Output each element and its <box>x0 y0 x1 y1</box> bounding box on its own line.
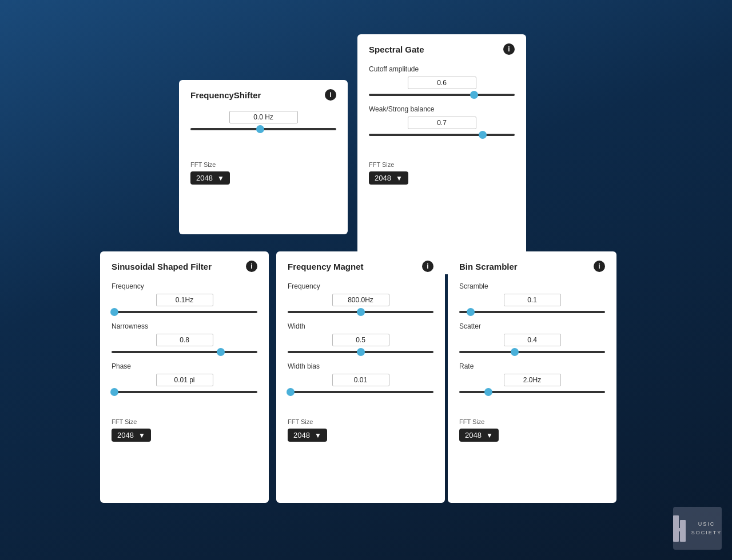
freq-magnet-widthbias-section: Width bias <box>288 362 433 393</box>
sinusoidal-filter-narrowness-label: Narrowness <box>112 322 257 330</box>
bin-scrambler-scatter-input[interactable] <box>504 334 561 346</box>
svg-rect-2 <box>673 528 686 531</box>
logo-text-society: SOCIETY <box>691 529 722 537</box>
freq-shifter-fft-value: 2048 <box>196 174 213 182</box>
bin-scrambler-scatter-slider-track[interactable] <box>459 351 605 353</box>
sinusoidal-filter-narrowness-thumb[interactable] <box>217 348 225 356</box>
spectral-gate-cutoff-section: Cutoff amplitude <box>369 65 515 96</box>
bin-scrambler-fft-section: FFT Size 2048 ▼ <box>459 418 605 442</box>
spectral-gate-card: Spectral Gate i Cutoff amplitude Weak/St… <box>357 34 526 274</box>
logo-area: USIC SOCIETY <box>673 507 722 550</box>
logo-icon <box>673 515 689 542</box>
sinusoidal-filter-frequency-section: Frequency <box>112 282 257 313</box>
spectral-gate-fft-value: 2048 <box>375 174 391 182</box>
frequency-magnet-info-button[interactable]: i <box>422 261 433 272</box>
freq-magnet-widthbias-input[interactable] <box>332 374 389 386</box>
freq-magnet-width-section: Width <box>288 322 433 353</box>
freq-magnet-width-thumb[interactable] <box>357 348 365 356</box>
bin-scrambler-rate-section: Rate <box>459 362 605 393</box>
spectral-gate-balance-label: Weak/Strong balance <box>369 105 515 113</box>
freq-magnet-dropdown-arrow-icon: ▼ <box>315 431 321 439</box>
freq-shifter-dropdown-arrow-icon: ▼ <box>217 174 224 182</box>
freq-shifter-fft-section: FFT Size 2048 ▼ <box>190 161 336 185</box>
freq-shifter-fft-dropdown[interactable]: 2048 ▼ <box>190 171 230 185</box>
sinusoidal-filter-fft-label: FFT Size <box>112 418 257 425</box>
bin-scrambler-rate-label: Rate <box>459 362 605 370</box>
freq-magnet-frequency-thumb[interactable] <box>357 308 365 316</box>
sinusoidal-filter-fft-section: FFT Size 2048 ▼ <box>112 418 257 442</box>
spectral-gate-fft-section: FFT Size 2048 ▼ <box>369 161 515 185</box>
bin-scrambler-info-button[interactable]: i <box>594 261 605 272</box>
frequency-shifter-card: FrequencyShifter i FFT Size 2048 ▼ <box>179 80 348 234</box>
spectral-gate-dropdown-arrow-icon: ▼ <box>396 174 403 182</box>
sinusoidal-filter-narrowness-slider-track[interactable] <box>112 351 257 353</box>
freq-magnet-fft-value: 2048 <box>293 431 310 439</box>
sinusoidal-filter-title: Sinusoidal Shaped Filter <box>112 262 212 271</box>
sinusoidal-filter-fft-value: 2048 <box>117 431 134 439</box>
bin-scrambler-scramble-label: Scramble <box>459 282 605 290</box>
bin-scrambler-scatter-label: Scatter <box>459 322 605 330</box>
spectral-gate-fft-dropdown[interactable]: 2048 ▼ <box>369 171 408 185</box>
bin-scrambler-rate-thumb[interactable] <box>484 388 492 396</box>
sinusoidal-filter-frequency-slider-track[interactable] <box>112 311 257 313</box>
bin-scrambler-rate-input[interactable] <box>504 374 561 386</box>
spectral-gate-balance-section: Weak/Strong balance <box>369 105 515 136</box>
freq-shifter-frequency-thumb[interactable] <box>256 125 264 133</box>
spectral-gate-cutoff-slider-track[interactable] <box>369 94 515 96</box>
spectral-gate-cutoff-thumb[interactable] <box>470 91 478 99</box>
bin-scrambler-scatter-section: Scatter <box>459 322 605 353</box>
freq-magnet-width-input[interactable] <box>332 334 389 346</box>
spectral-gate-balance-slider-track[interactable] <box>369 134 515 136</box>
bin-scrambler-fft-dropdown[interactable]: 2048 ▼ <box>459 429 499 442</box>
freq-shifter-frequency-input[interactable] <box>229 111 298 123</box>
bin-scrambler-rate-slider-track[interactable] <box>459 391 605 393</box>
bin-scrambler-scramble-thumb[interactable] <box>467 308 475 316</box>
sinusoidal-filter-narrowness-input[interactable] <box>156 334 213 346</box>
freq-shifter-fft-label: FFT Size <box>190 161 336 168</box>
spectral-gate-cutoff-input[interactable] <box>408 77 476 89</box>
sinusoidal-filter-phase-section: Phase <box>112 362 257 393</box>
spectral-gate-balance-input[interactable] <box>408 117 476 129</box>
sinusoidal-filter-fft-dropdown[interactable]: 2048 ▼ <box>112 429 151 442</box>
freq-shifter-info-button[interactable]: i <box>325 89 336 101</box>
freq-magnet-fft-label: FFT Size <box>288 418 433 425</box>
frequency-magnet-title: Frequency Magnet <box>288 262 364 271</box>
bin-scrambler-scramble-input[interactable] <box>504 294 561 306</box>
sinusoidal-filter-phase-slider-track[interactable] <box>112 391 257 393</box>
sinusoidal-filter-card: Sinusoidal Shaped Filter i Frequency Nar… <box>100 251 269 503</box>
bin-scrambler-dropdown-arrow-icon: ▼ <box>486 431 493 439</box>
freq-magnet-frequency-section: Frequency <box>288 282 433 313</box>
freq-magnet-frequency-slider-track[interactable] <box>288 311 433 313</box>
frequency-magnet-card: Frequency Magnet i Frequency Width Width… <box>276 251 445 503</box>
spectral-gate-title: Spectral Gate <box>369 45 424 54</box>
sinusoidal-filter-phase-label: Phase <box>112 362 257 370</box>
freq-shifter-frequency-slider-track[interactable] <box>190 128 336 130</box>
bin-scrambler-title: Bin Scrambler <box>459 262 518 271</box>
spectral-gate-cutoff-label: Cutoff amplitude <box>369 65 515 73</box>
bin-scrambler-scatter-thumb[interactable] <box>511 348 519 356</box>
freq-magnet-frequency-input[interactable] <box>332 294 389 306</box>
freq-magnet-widthbias-thumb[interactable] <box>287 388 295 396</box>
sinusoidal-filter-info-button[interactable]: i <box>246 261 257 272</box>
freq-magnet-widthbias-slider-track[interactable] <box>288 391 433 393</box>
freq-shifter-frequency-section <box>190 111 336 130</box>
sinusoidal-filter-phase-thumb[interactable] <box>110 388 118 396</box>
spectral-gate-info-button[interactable]: i <box>503 43 515 55</box>
bin-scrambler-card: Bin Scrambler i Scramble Scatter Rate FF… <box>448 251 616 503</box>
sinusoidal-filter-phase-input[interactable] <box>156 374 213 386</box>
bin-scrambler-fft-label: FFT Size <box>459 418 605 425</box>
sinusoidal-filter-frequency-input[interactable] <box>156 294 213 306</box>
spectral-gate-balance-thumb[interactable] <box>479 131 487 139</box>
freq-magnet-fft-dropdown[interactable]: 2048 ▼ <box>288 429 327 442</box>
spectral-gate-fft-label: FFT Size <box>369 161 515 168</box>
bin-scrambler-fft-value: 2048 <box>465 431 482 439</box>
bin-scrambler-scramble-slider-track[interactable] <box>459 311 605 313</box>
bin-scrambler-scramble-section: Scramble <box>459 282 605 313</box>
sinusoidal-filter-narrowness-section: Narrowness <box>112 322 257 353</box>
logo-text-usic: USIC <box>691 520 722 528</box>
sinusoidal-filter-frequency-thumb[interactable] <box>110 308 118 316</box>
freq-magnet-widthbias-label: Width bias <box>288 362 433 370</box>
freq-magnet-width-slider-track[interactable] <box>288 351 433 353</box>
freq-shifter-title: FrequencyShifter <box>190 90 261 100</box>
sinusoidal-filter-dropdown-arrow-icon: ▼ <box>138 431 145 439</box>
